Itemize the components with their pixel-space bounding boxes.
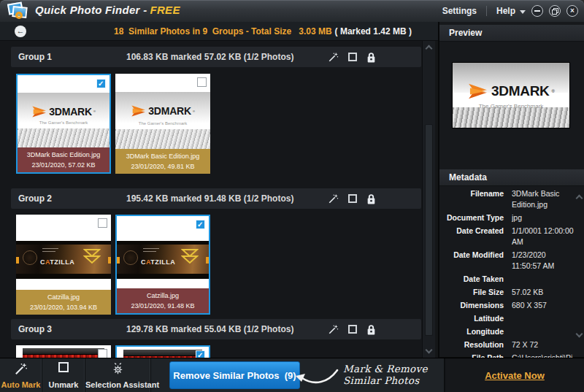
metadata-row: Date Modified1/23/2020 11:50:57 AM [439, 250, 575, 272]
metadata-row: Dimensions680 X 357 [439, 300, 575, 311]
minimize-icon [534, 10, 540, 12]
photo-checkbox[interactable] [96, 79, 106, 88]
list-scrollbar[interactable] [422, 41, 435, 358]
lock-icon[interactable] [366, 193, 376, 204]
metadata-row: Date Taken [439, 274, 575, 285]
group-name: Group 2 [18, 188, 52, 209]
photo-card[interactable]: CATZILLA Catzilla.jpg 23/01/2020, 103.94… [16, 215, 111, 315]
restore-button[interactable] [549, 5, 561, 17]
metadata-row: Date Created1/1/0001 12:00:00 AM [439, 226, 575, 247]
metadata-row: Latitude [439, 313, 575, 324]
thumbnail-brand-text: CATZILLA [40, 258, 74, 266]
thumbnail-tagline: The Gamer's Benchmark [115, 121, 210, 126]
photo-checkbox[interactable] [197, 77, 207, 87]
photo-thumbnail [16, 345, 111, 358]
metadata-row: File Size57.02 KB [439, 287, 575, 298]
minimize-button[interactable] [531, 5, 543, 17]
photo-thumbnail: 3DMARK® The Gamer's Benchmark [115, 74, 210, 149]
photo-checkbox[interactable] [98, 218, 107, 228]
auto-mark-wand-icon[interactable] [328, 324, 339, 335]
3dmark-arrow-icon [467, 82, 489, 100]
app-window: Quick Photo Finder -FREE Settings Help ×… [0, 0, 584, 392]
activate-now-link[interactable]: Activate Now [485, 370, 545, 381]
bottom-toolbar: Auto Mark Unmark Selection Assistant Rem… [0, 358, 584, 392]
group-stats: 195.42 KB marked 91.48 KB (1/2 Photos) [126, 188, 293, 209]
group-stats: 129.78 KB marked 55.04 KB (1/2 Photos) [126, 319, 293, 339]
registered-mark: ® [93, 109, 96, 113]
photo-details: 23/01/2020, 103.94 KB [16, 302, 111, 312]
scroll-down-icon[interactable] [426, 347, 433, 354]
photo-checkbox[interactable] [98, 349, 107, 358]
results-header: ← 18 Similar Photos in 9 Groups - Total … [0, 22, 438, 41]
preview-image: 3DMARK® The Gamer's Benchmark [452, 62, 570, 128]
photo-checkbox[interactable] [196, 350, 205, 358]
photo-card[interactable]: 3DMARK® The Gamer's Benchmark 3DMark Bas… [115, 74, 210, 174]
photo-card[interactable] [115, 345, 210, 358]
group-name: Group 1 [18, 47, 52, 67]
3dmark-arrow-icon [131, 104, 147, 118]
selection-assistant-icon [111, 362, 125, 376]
metadata-row: Document Typejpg [439, 212, 575, 223]
auto-mark-button[interactable]: Auto Mark [0, 358, 42, 392]
metadata-table: Filename3DMark Basic Edition.jpg Documen… [439, 188, 575, 377]
photo-card[interactable]: 3DMARK® The Gamer's Benchmark 3DMark Bas… [16, 74, 111, 174]
catzilla-logo-circle [23, 250, 37, 265]
group-stats: 106.83 KB marked 57.02 KB (1/2 Photos) [126, 47, 293, 67]
photo-card[interactable] [16, 345, 111, 358]
settings-button[interactable]: Settings [442, 6, 477, 16]
auto-mark-wand-icon[interactable] [328, 193, 339, 204]
group-checkbox[interactable] [348, 325, 357, 334]
thumbnail-brand-text: 3DMARK [148, 105, 191, 117]
photo-thumbnail: CATZILLA [16, 215, 111, 290]
chevron-down-icon [520, 10, 526, 14]
metadata-scroll-up-icon[interactable] [576, 195, 583, 202]
group-checkbox[interactable] [348, 53, 357, 61]
photo-caption: 3DMark Basic Edition.jpg 23/01/2020, 57.… [18, 147, 110, 172]
titlebar-separator [486, 6, 487, 16]
photo-filename: 3DMark Basic Edition.jpg [115, 151, 210, 161]
group-checkbox[interactable] [348, 194, 357, 203]
scrollbar-thumb[interactable] [425, 124, 433, 336]
right-panel: Preview 3DMARK® The Gamer's Benchmark Me… [438, 22, 584, 358]
restore-icon [552, 8, 558, 15]
help-button[interactable]: Help [496, 6, 526, 16]
metadata-row: Longitude [439, 326, 575, 337]
groups-list: Group 1 106.83 KB marked 57.02 KB (1/2 P… [0, 41, 422, 358]
3dmark-arrow-icon [31, 105, 47, 118]
group-name: Group 3 [18, 319, 52, 339]
photo-checkbox[interactable] [196, 220, 205, 229]
results-summary-marked: ( Marked 1.42 MB ) [335, 26, 412, 36]
auto-mark-wand-icon[interactable] [328, 52, 339, 63]
group-header: Group 2 195.42 KB marked 91.48 KB (1/2 P… [11, 188, 421, 209]
activate-section: Activate Now [445, 358, 584, 392]
thumbnail-brand-text: 3DMARK [49, 106, 92, 118]
app-logo-icon [7, 2, 29, 20]
photo-card[interactable]: CATZILLA Catzilla.jpg 23/01/2020, 91.48 … [115, 215, 210, 315]
unmark-button[interactable]: Unmark [42, 358, 85, 392]
selection-assistant-button[interactable]: Selection Assistant [85, 358, 151, 392]
app-title-text: Quick Photo Finder - [35, 4, 147, 16]
lock-icon[interactable] [366, 52, 376, 63]
preview-tagline: The Gamer's Benchmark [453, 103, 569, 109]
photo-caption: 3DMark Basic Edition.jpg 23/01/2020, 49.… [115, 149, 210, 174]
results-summary-highlight: 18 Similar Photos in 9 Groups - Total Si… [114, 26, 332, 36]
app-title: Quick Photo Finder -FREE [35, 4, 180, 16]
metadata-scroll-down-icon[interactable] [576, 331, 583, 338]
close-button[interactable]: × [566, 5, 578, 17]
remove-similar-photos-button[interactable]: Remove Similar Photos (9) [169, 361, 300, 389]
back-arrow-icon: ← [17, 26, 25, 35]
results-summary: 18 Similar Photos in 9 Groups - Total Si… [88, 22, 438, 41]
wand-icon [14, 362, 28, 376]
scroll-up-icon[interactable] [426, 45, 433, 53]
group-header: Group 3 129.78 KB marked 55.04 KB (1/2 P… [11, 319, 421, 339]
annotation-text: Mark & Remove Similar Photos [343, 363, 428, 386]
metadata-row: Filename3DMark Basic Edition.jpg [439, 188, 575, 210]
unmark-icon [58, 362, 69, 372]
thumbnail-brand-text: CATZILLA [141, 258, 175, 266]
back-button[interactable]: ← [15, 26, 26, 37]
help-label: Help [496, 6, 515, 16]
preview-brand-text: 3DMARK [491, 83, 549, 99]
lock-icon[interactable] [366, 324, 376, 335]
app-title-edition: FREE [150, 4, 180, 16]
metadata-row: Resolution72 X 72 [439, 339, 575, 350]
